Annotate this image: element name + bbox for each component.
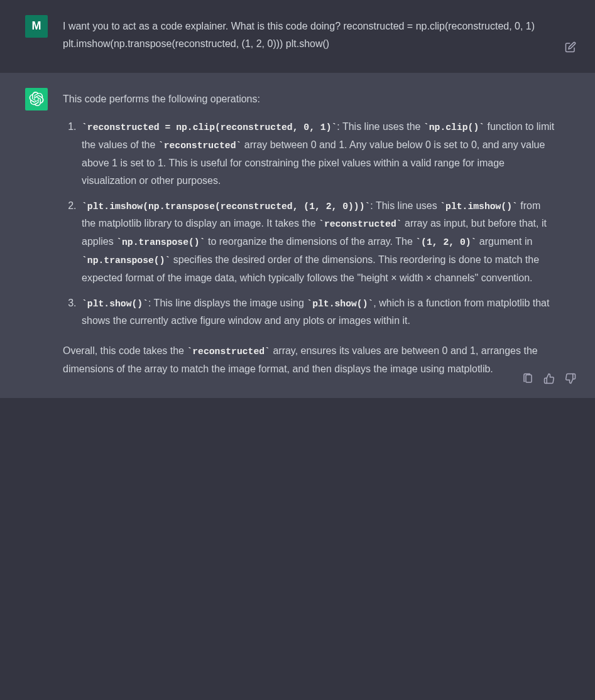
- user-avatar-letter: M: [32, 16, 41, 36]
- code-snippet: `np.transpose()`: [82, 256, 170, 266]
- thumbs-up-icon[interactable]: [542, 372, 556, 385]
- svg-rect-0: [526, 375, 532, 382]
- code-snippet: `(1, 2, 0)`: [415, 237, 476, 247]
- code-snippet: `np.clip()`: [423, 122, 484, 132]
- assistant-message-block: This code performs the following operati…: [0, 73, 595, 398]
- user-message-block: M I want you to act as a code explainer.…: [0, 0, 595, 73]
- code-snippet: `plt.imshow()`: [440, 202, 518, 212]
- assistant-avatar: [25, 88, 48, 110]
- code-snippet: `reconstructed`: [187, 347, 270, 357]
- edit-icon[interactable]: [564, 40, 577, 54]
- assistant-message-content: This code performs the following operati…: [63, 88, 576, 383]
- thumbs-down-icon[interactable]: [564, 372, 577, 385]
- text: argument in: [476, 236, 532, 247]
- user-message-text: I want you to act as a code explainer. W…: [63, 18, 557, 53]
- code-snippet: `reconstructed = np.clip(reconstructed, …: [82, 122, 337, 132]
- user-message-content: I want you to act as a code explainer. W…: [63, 15, 576, 58]
- user-actions: [564, 40, 577, 54]
- assistant-actions: [521, 372, 577, 385]
- code-snippet: `plt.show()`: [307, 299, 373, 309]
- text: : This line uses the: [337, 121, 423, 132]
- code-snippet: `np.transpose()`: [116, 237, 205, 247]
- summary-paragraph: Overall, this code takes the `reconstruc…: [63, 342, 557, 378]
- text: : This line uses: [370, 200, 440, 211]
- code-snippet: `reconstructed`: [319, 219, 402, 229]
- assistant-intro: This code performs the following operati…: [63, 90, 557, 108]
- text: : This line displays the image using: [148, 298, 307, 308]
- code-snippet: `reconstructed`: [158, 141, 242, 151]
- clipboard-icon[interactable]: [521, 372, 535, 385]
- list-item: `plt.imshow(np.transpose(reconstructed, …: [79, 197, 557, 287]
- list-item: `reconstructed = np.clip(reconstructed, …: [79, 118, 557, 190]
- list-item: `plt.show()`: This line displays the ima…: [79, 294, 557, 330]
- text: Overall, this code takes the: [63, 345, 187, 356]
- explanation-list: `reconstructed = np.clip(reconstructed, …: [63, 118, 557, 330]
- openai-logo-icon: [29, 92, 44, 107]
- code-snippet: `plt.imshow(np.transpose(reconstructed, …: [82, 202, 370, 212]
- user-avatar: M: [25, 15, 48, 38]
- text: to reorganize the dimensions of the arra…: [205, 236, 416, 247]
- code-snippet: `plt.show()`: [82, 299, 148, 309]
